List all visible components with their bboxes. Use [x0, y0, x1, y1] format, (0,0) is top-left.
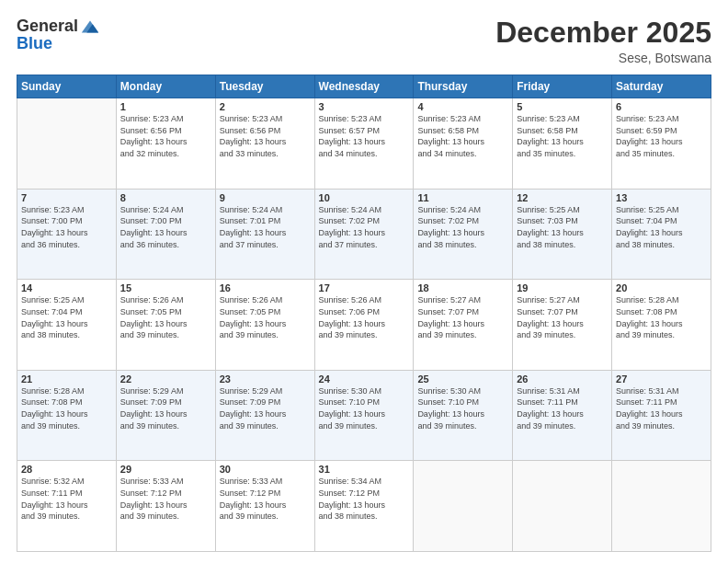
day-info-line: Sunset: 7:12 PM	[220, 488, 311, 500]
day-number: 27	[616, 373, 707, 385]
day-info: Sunrise: 5:33 AMSunset: 7:12 PMDaylight:…	[120, 476, 211, 522]
day-info-line: Daylight: 13 hours	[319, 227, 410, 239]
day-info: Sunrise: 5:27 AMSunset: 7:07 PMDaylight:…	[417, 294, 508, 340]
calendar-cell: 9Sunrise: 5:24 AMSunset: 7:01 PMDaylight…	[215, 189, 314, 280]
day-info-line: Sunrise: 5:31 AM	[616, 385, 707, 397]
location: Sese, Botswana	[495, 51, 711, 65]
day-info-line: Sunset: 7:06 PM	[319, 306, 410, 318]
day-info-line: and 39 minutes.	[220, 420, 311, 432]
day-info: Sunrise: 5:31 AMSunset: 7:11 PMDaylight:…	[517, 385, 608, 431]
logo-icon	[80, 18, 100, 35]
calendar-cell: 31Sunrise: 5:34 AMSunset: 7:12 PMDayligh…	[314, 461, 414, 552]
day-info-line: Sunrise: 5:25 AM	[616, 204, 707, 216]
day-info-line: Sunrise: 5:24 AM	[319, 204, 410, 216]
day-info-line: Sunrise: 5:24 AM	[417, 204, 508, 216]
day-info-line: and 39 minutes.	[616, 420, 707, 432]
day-info-line: Sunrise: 5:26 AM	[319, 294, 410, 306]
day-number: 7	[21, 192, 112, 203]
day-info-line: Sunrise: 5:26 AM	[120, 294, 211, 306]
day-info-line: Sunrise: 5:29 AM	[220, 385, 311, 397]
day-info-line: Sunrise: 5:33 AM	[120, 476, 211, 488]
day-info-line: and 37 minutes.	[220, 239, 311, 251]
day-info-line: and 35 minutes.	[616, 148, 707, 160]
day-info-line: Sunset: 6:56 PM	[220, 125, 311, 137]
calendar-cell: 7Sunrise: 5:23 AMSunset: 7:00 PMDaylight…	[17, 189, 117, 280]
day-info: Sunrise: 5:28 AMSunset: 7:08 PMDaylight:…	[616, 294, 707, 340]
day-info-line: and 39 minutes.	[417, 420, 508, 432]
day-info-line: Sunrise: 5:25 AM	[21, 294, 112, 306]
day-info-line: and 38 minutes.	[21, 329, 112, 341]
calendar-cell: 2Sunrise: 5:23 AMSunset: 6:56 PMDaylight…	[215, 98, 314, 190]
title-section: December 2025 Sese, Botswana	[495, 17, 711, 65]
day-number: 17	[319, 282, 410, 293]
calendar-cell	[513, 461, 612, 552]
col-sunday: Sunday	[17, 75, 117, 98]
day-number: 11	[417, 192, 508, 203]
day-info-line: Sunset: 7:10 PM	[417, 396, 508, 408]
day-info-line: Daylight: 13 hours	[319, 408, 410, 420]
calendar-cell: 4Sunrise: 5:23 AMSunset: 6:58 PMDaylight…	[414, 98, 513, 190]
calendar-cell: 8Sunrise: 5:24 AMSunset: 7:00 PMDaylight…	[116, 189, 215, 280]
day-info: Sunrise: 5:23 AMSunset: 6:56 PMDaylight:…	[220, 113, 311, 159]
day-info-line: Daylight: 13 hours	[417, 408, 508, 420]
calendar-cell: 21Sunrise: 5:28 AMSunset: 7:08 PMDayligh…	[17, 370, 117, 461]
day-number: 3	[319, 101, 410, 112]
calendar-week-2: 7Sunrise: 5:23 AMSunset: 7:00 PMDaylight…	[17, 189, 711, 280]
day-info-line: Sunrise: 5:24 AM	[120, 204, 211, 216]
day-info-line: Daylight: 13 hours	[616, 318, 707, 330]
day-info-line: Sunset: 7:11 PM	[517, 396, 608, 408]
day-info: Sunrise: 5:30 AMSunset: 7:10 PMDaylight:…	[417, 385, 508, 431]
day-info-line: and 39 minutes.	[120, 511, 211, 523]
day-info: Sunrise: 5:27 AMSunset: 7:07 PMDaylight:…	[517, 294, 608, 340]
day-info-line: Sunrise: 5:23 AM	[120, 113, 211, 125]
day-info-line: Sunrise: 5:23 AM	[417, 113, 508, 125]
day-info: Sunrise: 5:25 AMSunset: 7:04 PMDaylight:…	[616, 204, 707, 250]
day-info-line: Sunset: 7:00 PM	[120, 215, 211, 227]
day-info-line: Sunset: 7:04 PM	[21, 306, 112, 318]
day-info-line: Sunrise: 5:27 AM	[417, 294, 508, 306]
day-number: 4	[417, 101, 508, 112]
day-info-line: Sunrise: 5:32 AM	[21, 476, 112, 488]
day-info-line: Daylight: 13 hours	[417, 136, 508, 148]
day-info-line: Sunrise: 5:23 AM	[319, 113, 410, 125]
day-info-line: and 35 minutes.	[517, 148, 608, 160]
day-number: 20	[616, 282, 707, 293]
day-info-line: Daylight: 13 hours	[616, 227, 707, 239]
calendar-cell	[17, 98, 117, 190]
day-info-line: and 38 minutes.	[417, 239, 508, 251]
day-info-line: and 39 minutes.	[120, 420, 211, 432]
calendar-cell: 24Sunrise: 5:30 AMSunset: 7:10 PMDayligh…	[314, 370, 414, 461]
day-info-line: Daylight: 13 hours	[517, 318, 608, 330]
calendar-week-1: 1Sunrise: 5:23 AMSunset: 6:56 PMDaylight…	[17, 98, 711, 190]
col-friday: Friday	[513, 75, 612, 98]
day-number: 25	[417, 373, 508, 385]
day-info-line: Sunrise: 5:23 AM	[220, 113, 311, 125]
col-tuesday: Tuesday	[215, 75, 314, 98]
day-info: Sunrise: 5:23 AMSunset: 7:00 PMDaylight:…	[21, 204, 112, 250]
day-number: 28	[21, 464, 112, 475]
day-info-line: Daylight: 13 hours	[120, 136, 211, 148]
day-number: 26	[517, 373, 608, 385]
day-info-line: and 39 minutes.	[517, 420, 608, 432]
day-info-line: Daylight: 13 hours	[616, 136, 707, 148]
day-info-line: Sunrise: 5:34 AM	[319, 476, 410, 488]
calendar-cell: 22Sunrise: 5:29 AMSunset: 7:09 PMDayligh…	[116, 370, 215, 461]
day-info-line: and 39 minutes.	[417, 329, 508, 341]
day-info-line: and 34 minutes.	[319, 148, 410, 160]
day-info-line: and 39 minutes.	[120, 329, 211, 341]
day-info: Sunrise: 5:23 AMSunset: 6:56 PMDaylight:…	[120, 113, 211, 159]
day-info-line: Sunset: 7:01 PM	[220, 215, 311, 227]
day-info-line: and 38 minutes.	[517, 239, 608, 251]
day-info-line: Daylight: 13 hours	[417, 318, 508, 330]
day-info: Sunrise: 5:25 AMSunset: 7:04 PMDaylight:…	[21, 294, 112, 340]
day-info-line: Daylight: 13 hours	[120, 500, 211, 511]
day-info-line: Daylight: 13 hours	[220, 318, 311, 330]
day-number: 19	[517, 282, 608, 293]
day-info: Sunrise: 5:24 AMSunset: 7:00 PMDaylight:…	[120, 204, 211, 250]
day-info: Sunrise: 5:34 AMSunset: 7:12 PMDaylight:…	[319, 476, 410, 522]
calendar-week-4: 21Sunrise: 5:28 AMSunset: 7:08 PMDayligh…	[17, 370, 711, 461]
day-info-line: Sunset: 6:58 PM	[517, 125, 608, 137]
calendar-cell: 11Sunrise: 5:24 AMSunset: 7:02 PMDayligh…	[414, 189, 513, 280]
day-number: 15	[120, 282, 211, 293]
day-number: 23	[220, 373, 311, 385]
